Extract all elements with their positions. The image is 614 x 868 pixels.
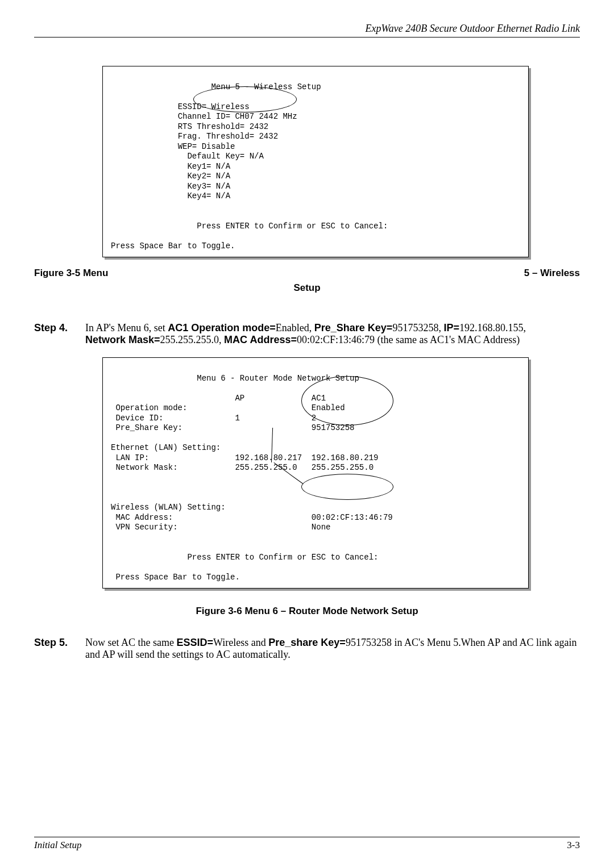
step5-body: Now set AC the same ESSID=Wireless and P… [85,637,580,661]
page-header: ExpWave 240B Secure Outdoor Ethernet Rad… [34,23,580,37]
t1-l4: Frag. Threshold= 2432 [111,132,278,141]
t1-l1: ESSID= Wireless [111,102,250,111]
step4-label: Step 4. [34,322,85,346]
s4-t2: Enabled, [276,322,314,333]
step5-label: Step 5. [34,637,85,661]
figure-3-6-block: Menu 6 - Router Mode Network Setup AP AC… [34,357,580,617]
page-footer: Initial Setup 3-3 [34,837,580,851]
t2-toggle: Press Space Bar to Toggle. [111,573,240,582]
t2-r3: Pre_Share Key: 951753258 [111,423,354,432]
s4-b4: Network Mask= [85,334,160,345]
t2-prompt: Press ENTER to Confirm or ESC to Cancel: [111,553,378,562]
t2-r6: Network Mask: 255.255.255.0 255.255.255.… [111,463,374,472]
t1-l3: RTS Threshold= 2432 [111,122,268,131]
t1-l9: Key3= N/A [111,182,230,191]
t1-l5: WEP= Disable [111,142,235,151]
t2-r9: VPN Security: None [111,523,330,532]
s5-b2: Pre_share Key= [268,637,346,648]
fig35-center: Setup [34,282,580,294]
t2-r8: MAC Address: 00:02:CF:13:46:79 [111,513,393,522]
s4-t6: 00:02:CF:13:46:79 (the same as AC1's MAC… [297,334,520,345]
t1-l6: Default Key= N/A [111,152,264,161]
footer-page-number: 3-3 [567,840,580,851]
fig35-right: 5 – Wireless [524,268,580,279]
footer-left: Initial Setup [34,840,82,851]
t1-toggle: Press Space Bar to Toggle. [111,241,235,251]
s4-b3: IP= [443,322,459,333]
step4-body: In AP's Menu 6, set AC1 Operation mode=E… [85,322,580,346]
terminal-menu6: Menu 6 - Router Mode Network Setup AP AC… [102,357,529,589]
fig35-left: Figure 3-5 Menu [34,268,108,279]
t1-l2: Channel ID= CH07 2442 MHz [111,112,297,121]
figure-3-5-caption-row: Figure 3-5 Menu 5 – Wireless [34,268,580,279]
s4-t3: 951753258, [392,322,443,333]
step-4: Step 4. In AP's Menu 6, set AC1 Operatio… [34,322,580,346]
s4-t5: 255.255.255.0, [160,334,225,345]
step-5: Step 5. Now set AC the same ESSID=Wirele… [34,637,580,661]
s5-b1: ESSID= [176,637,213,648]
t2-r7: Wireless (WLAN) Setting: [111,503,226,512]
s4-b5: MAC Address= [224,334,297,345]
figure-3-5-block: Menu 5 - Wireless Setup ESSID= Wireless … [34,66,580,294]
terminal-menu5: Menu 5 - Wireless Setup ESSID= Wireless … [102,66,529,257]
s5-t1: Now set AC the same [85,637,176,648]
t2-colhead: AP AC1 [111,394,326,403]
s4-t1: In AP's Menu 6, set [85,322,168,333]
s4-t4: 192.168.80.155, [459,322,526,333]
t2-title: Menu 6 - Router Mode Network Setup [111,374,359,383]
header-title: ExpWave 240B Secure Outdoor Ethernet Rad… [365,23,580,34]
fig36-caption: Figure 3-6 Menu 6 – Router Mode Network … [34,606,580,617]
t2-r4: Ethernet (LAN) Setting: [111,443,221,452]
s4-b2: Pre_Share Key= [314,322,393,333]
t1-prompt: Press ENTER to Confirm or ESC to Cancel: [111,222,388,231]
t2-r5: LAN IP: 192.168.80.217 192.168.80.219 [111,453,378,462]
s5-t2: Wireless and [213,637,268,648]
s4-b1: AC1 Operation mode= [168,322,276,333]
t1-l7: Key1= N/A [111,162,230,171]
t2-r1: Operation mode: Enabled [111,403,345,412]
t1-l10: Key4= N/A [111,191,230,201]
t1-title: Menu 5 - Wireless Setup [111,82,321,91]
terminal-1-wrap: Menu 5 - Wireless Setup ESSID= Wireless … [102,66,512,257]
t1-l8: Key2= N/A [111,172,230,181]
terminal-2-wrap: Menu 6 - Router Mode Network Setup AP AC… [102,357,512,589]
t2-r2: Device ID: 1 2 [111,414,316,423]
